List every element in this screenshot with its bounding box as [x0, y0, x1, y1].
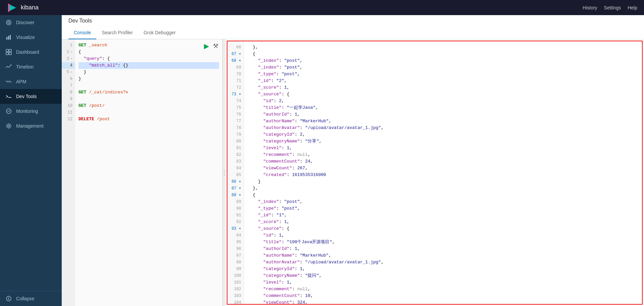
tabs-bar: Console Search Profiler Grok Debugger: [68, 27, 637, 39]
svg-rect-2: [8, 4, 9, 12]
svg-rect-5: [6, 37, 7, 40]
timelion-icon: [5, 63, 12, 70]
divider-handle[interactable]: ⋮: [223, 39, 225, 306]
content-area: Dev Tools Console Search Profiler Grok D…: [62, 15, 644, 306]
out-num-100: 100: [227, 272, 244, 279]
svg-point-3: [6, 20, 11, 25]
dashboard-icon: [5, 49, 12, 55]
out-num-74: 74: [227, 98, 244, 104]
code-line-7: [78, 82, 219, 89]
out-line-89: "_index": "post",: [248, 199, 639, 205]
svg-point-15: [6, 296, 11, 301]
sidebar-item-dashboard[interactable]: Dashboard: [0, 45, 62, 59]
settings-link[interactable]: Settings: [604, 5, 621, 10]
out-num-99: 99: [227, 266, 244, 272]
code-line-9: [78, 96, 219, 102]
history-link[interactable]: History: [583, 5, 597, 10]
svg-rect-6: [8, 36, 9, 40]
line-num-5: 5: [62, 69, 75, 76]
out-line-81: "level": 1,: [248, 145, 639, 151]
sidebar-item-visualize[interactable]: Visualize: [0, 30, 62, 45]
out-num-72: 72: [227, 84, 244, 91]
top-bar-nav: History Settings Help: [583, 5, 637, 10]
line-num-4: 4: [62, 62, 75, 69]
output-area: 66 67 ▾ 68 ▾ 69 70 71 72 73 ▾ 74 75 76 7…: [227, 41, 643, 305]
out-line-94: "id": 1,: [248, 232, 639, 239]
out-line-98: "authorAvatar": "/upload/avatar/avatar_1…: [248, 259, 639, 266]
sidebar-item-management[interactable]: Management: [0, 119, 62, 133]
main-layout: Discover Visualize Dashboar: [0, 15, 644, 306]
monitoring-icon: [5, 108, 12, 115]
line-num-8: 8: [62, 89, 75, 96]
out-num-102: 102: [227, 286, 244, 293]
out-line-68: "_index": "post",: [248, 57, 639, 64]
sidebar-item-timelion[interactable]: Timelion: [0, 59, 62, 74]
out-num-103: 103: [227, 293, 244, 299]
right-output: 66 67 ▾ 68 ▾ 69 70 71 72 73 ▾ 74 75 76 7…: [225, 39, 644, 306]
out-line-85: "created": 1619535316000: [248, 172, 639, 178]
out-num-73: 73 ▾: [227, 91, 244, 98]
devtools-header: Dev Tools Console Search Profiler Grok D…: [62, 15, 644, 39]
out-line-103: "commentCount": 10,: [248, 293, 639, 299]
left-editor: ▶ ⚒ 1 2 3 4 5 6 7 8 9 10 11: [62, 39, 223, 306]
out-line-78: "authorAvatar": "/upload/avatar/avatar_1…: [248, 125, 639, 131]
line-num-9: 9: [62, 96, 75, 102]
kibana-logo: [7, 2, 17, 13]
sidebar-item-apm[interactable]: APM: [0, 74, 62, 89]
devtools-title: Dev Tools: [68, 18, 637, 27]
code-line-4: "match_all": {}: [78, 62, 219, 69]
tab-grok-debugger[interactable]: Grok Debugger: [138, 27, 181, 39]
out-num-85: 85: [227, 172, 244, 178]
editor-toolbar: ▶ ⚒: [203, 41, 219, 51]
out-line-95: "title": "100个Java开源项目",: [248, 239, 639, 246]
out-num-67: 67 ▾: [227, 51, 244, 57]
out-line-82: "recomment": null,: [248, 151, 639, 158]
editor-pane: ▶ ⚒ 1 2 3 4 5 6 7 8 9 10 11: [62, 39, 644, 306]
line-num-1: 1: [62, 42, 75, 49]
output-code: }, { "_index": "post", "_index": "post",…: [244, 41, 642, 305]
tab-search-profiler[interactable]: Search Profiler: [96, 27, 138, 39]
out-line-86: }: [248, 178, 639, 185]
out-num-91: 91: [227, 212, 244, 219]
sidebar-item-monitoring[interactable]: Monitoring: [0, 104, 62, 119]
out-num-104: 104: [227, 299, 244, 305]
sidebar: Discover Visualize Dashboar: [0, 15, 62, 306]
line-numbers: 1 2 3 4 5 6 7 8 9 10 11 12: [62, 39, 75, 306]
help-link[interactable]: Help: [628, 5, 637, 10]
out-num-68: 68 ▾: [227, 57, 244, 64]
line-num-12: 12: [62, 116, 75, 123]
tab-console[interactable]: Console: [68, 27, 96, 39]
top-bar: kibana History Settings Help: [0, 0, 644, 15]
out-num-98: 98: [227, 259, 244, 266]
code-editor[interactable]: 1 2 3 4 5 6 7 8 9 10 11 12 GET _se: [62, 39, 222, 306]
out-line-92: "_score": 1,: [248, 219, 639, 225]
sidebar-label-dashboard: Dashboard: [16, 49, 39, 55]
out-line-83: "commentCount": 24,: [248, 158, 639, 165]
out-num-76: 76: [227, 111, 244, 118]
code-line-1: GET _search: [78, 42, 219, 49]
settings-button[interactable]: ⚒: [212, 41, 219, 51]
svg-point-4: [8, 21, 10, 24]
line-num-10: 10: [62, 102, 75, 109]
collapse-icon: [5, 295, 12, 302]
out-num-77: 77: [227, 118, 244, 125]
sidebar-item-discover[interactable]: Discover: [0, 15, 62, 30]
out-line-84: "viewCount": 267,: [248, 165, 639, 172]
sidebar-collapse-button[interactable]: Collapse: [0, 291, 62, 306]
out-line-76: "authorId": 1,: [248, 111, 639, 118]
sidebar-item-devtools[interactable]: Dev Tools: [0, 89, 62, 104]
out-line-96: "authorId": 1,: [248, 246, 639, 252]
out-line-101: "level": 1,: [248, 279, 639, 286]
run-button[interactable]: ▶: [203, 41, 210, 51]
code-line-11: [78, 109, 219, 116]
out-num-92: 92: [227, 219, 244, 225]
out-num-71: 71: [227, 78, 244, 84]
svg-rect-7: [10, 35, 11, 40]
code-line-6: }: [78, 76, 219, 82]
out-line-104: "viewCount": 324,: [248, 299, 639, 305]
sidebar-label-devtools: Dev Tools: [16, 94, 37, 99]
line-num-6: 6: [62, 76, 75, 82]
out-line-74: "id": 2,: [248, 98, 639, 104]
code-content: GET _search { "query": { "match_all": {}…: [75, 39, 222, 306]
out-line-88: {: [248, 192, 639, 199]
